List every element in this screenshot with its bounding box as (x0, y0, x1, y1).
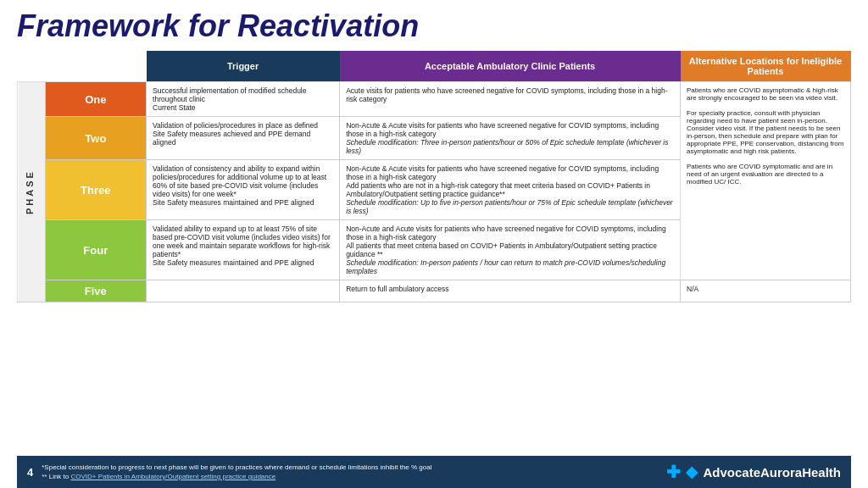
table-row: Five Return to full ambulatory access N/… (18, 280, 851, 302)
table-container: Trigger Acceptable Ambulatory Clinic Pat… (17, 51, 851, 456)
footer-note1: *Special consideration to progress to ne… (42, 463, 431, 472)
logo-text: AdvocateAuroraHealth (703, 465, 841, 480)
phase-label: PHASE (18, 82, 46, 302)
footer-logo: ✚ ◆ AdvocateAuroraHealth (666, 462, 841, 482)
table-row: PHASE One Successful implementation of m… (18, 82, 851, 117)
logo-cross-icon: ✚ (666, 462, 681, 482)
alternative-one-four: Patients who are COVID asymptomatic & hi… (681, 82, 851, 280)
page-container: Framework for Reactivation Trigger Accep… (0, 0, 868, 488)
footer-link[interactable]: COVID+ Patients in Ambulatory/Outpatient… (70, 473, 275, 480)
trigger-five (147, 280, 340, 302)
trigger-one: Successful implementation of modified sc… (147, 82, 340, 117)
acceptable-three: Non-Acute & Acute visits for patients wh… (340, 160, 681, 220)
acceptable-four: Non-Acute and Acute visits for patients … (340, 220, 681, 280)
row-label-one: One (45, 82, 146, 117)
logo-shield-icon: ◆ (686, 463, 698, 481)
acceptable-header: Acceptable Ambulatory Clinic Patients (340, 51, 681, 82)
acceptable-two: Non-Acute & Acute visits for patients wh… (340, 117, 681, 160)
trigger-header: Trigger (147, 51, 340, 82)
row-label-three: Three (45, 160, 146, 220)
footer-left: 4 *Special consideration to progress to … (27, 463, 432, 481)
footer-note2: ** Link to COVID+ Patients in Ambulatory… (42, 472, 431, 481)
row-label-two: Two (45, 117, 146, 160)
row-label-five: Five (45, 280, 146, 302)
page-number: 4 (27, 466, 33, 479)
trigger-two: Validation of policies/procedures in pla… (147, 117, 340, 160)
trigger-four: Validated ability to expand up to at lea… (147, 220, 340, 280)
footer-notes: *Special consideration to progress to ne… (42, 463, 431, 481)
alternative-five: N/A (681, 280, 851, 302)
page-title: Framework for Reactivation (17, 8, 851, 44)
row-label-four: Four (45, 220, 146, 280)
main-table: Trigger Acceptable Ambulatory Clinic Pat… (17, 51, 851, 302)
alternative-header: Alternative Locations for Ineligible Pat… (681, 51, 851, 82)
footer: 4 *Special consideration to progress to … (17, 456, 851, 488)
acceptable-one: Acute visits for patients who have scree… (340, 82, 681, 117)
trigger-three: Validation of consistency and ability to… (147, 160, 340, 220)
acceptable-five: Return to full ambulatory access (340, 280, 681, 302)
